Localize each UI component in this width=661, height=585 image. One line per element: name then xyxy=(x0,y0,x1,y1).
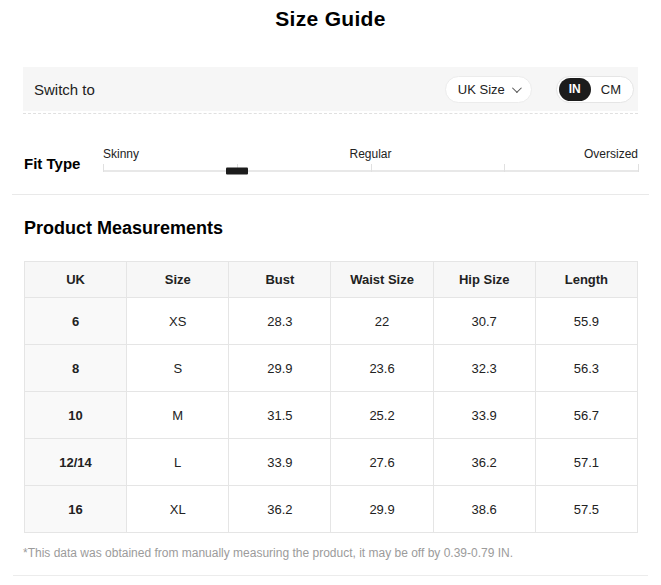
measurement-cell: 25.2 xyxy=(331,392,433,439)
scale-label-oversized: Oversized xyxy=(584,147,638,161)
unit-option-cm[interactable]: CM xyxy=(591,78,631,101)
measurement-cell: 22 xyxy=(331,298,433,345)
measurement-cell: 23.6 xyxy=(331,345,433,392)
column-header: Waist Size xyxy=(331,262,433,298)
table-row: 16XL36.229.938.657.5 xyxy=(25,486,638,533)
header-row: UKSizeBustWaist SizeHip SizeLength xyxy=(25,262,638,298)
scale-label-skinny: Skinny xyxy=(103,147,139,161)
measurement-cell: 55.9 xyxy=(535,298,637,345)
measurement-disclaimer: *This data was obtained from manually me… xyxy=(23,546,638,560)
measurement-cell: 56.3 xyxy=(535,345,637,392)
measurement-cell: 38.6 xyxy=(433,486,535,533)
fit-scale-tick xyxy=(371,164,372,172)
fit-scale-tick xyxy=(504,164,505,172)
product-measurements-heading: Product Measurements xyxy=(24,218,638,238)
measurement-cell: 33.9 xyxy=(433,392,535,439)
column-header: Hip Size xyxy=(433,262,535,298)
size-standard-dropdown[interactable]: UK Size xyxy=(445,76,532,103)
row-header-cell: 8 xyxy=(25,345,127,392)
row-header-cell: 6 xyxy=(25,298,127,345)
measurement-cell: 31.5 xyxy=(229,392,331,439)
measurement-cell: L xyxy=(127,439,229,486)
table-row: 6XS28.32230.755.9 xyxy=(25,298,638,345)
chevron-down-icon xyxy=(512,83,522,93)
measurement-cell: M xyxy=(127,392,229,439)
table-body: 6XS28.32230.755.98S29.923.632.356.310M31… xyxy=(25,298,638,533)
measurements-table: UKSizeBustWaist SizeHip SizeLength 6XS28… xyxy=(24,261,638,533)
bottom-separator xyxy=(13,575,648,576)
row-header-cell: 12/14 xyxy=(25,439,127,486)
column-header: UK xyxy=(25,262,127,298)
fit-position-marker xyxy=(226,168,248,175)
measurement-cell: 29.9 xyxy=(331,486,433,533)
measurement-cell: 36.2 xyxy=(433,439,535,486)
column-header: Length xyxy=(535,262,637,298)
fit-scale-track xyxy=(103,170,638,172)
table-header: UKSizeBustWaist SizeHip SizeLength xyxy=(25,262,638,298)
measurement-cell: 36.2 xyxy=(229,486,331,533)
table-row: 10M31.525.233.956.7 xyxy=(25,392,638,439)
measurement-cell: 56.7 xyxy=(535,392,637,439)
fit-type-label: Fit Type xyxy=(24,155,103,172)
measurement-cell: 57.5 xyxy=(535,486,637,533)
measurement-cell: 30.7 xyxy=(433,298,535,345)
row-header-cell: 16 xyxy=(25,486,127,533)
fit-scale-tick xyxy=(638,164,639,172)
section-separator xyxy=(12,194,649,195)
switch-bar: Switch to UK Size IN CM xyxy=(23,67,638,111)
measurement-cell: 57.1 xyxy=(535,439,637,486)
fit-type-scale: Skinny Regular Oversized xyxy=(103,147,638,172)
measurement-cell: S xyxy=(127,345,229,392)
size-standard-value: UK Size xyxy=(458,82,505,97)
unit-option-in[interactable]: IN xyxy=(559,78,591,101)
measurement-cell: 33.9 xyxy=(229,439,331,486)
measurement-cell: 28.3 xyxy=(229,298,331,345)
scale-label-regular: Regular xyxy=(349,147,391,161)
measurement-cell: 27.6 xyxy=(331,439,433,486)
measurement-cell: 32.3 xyxy=(433,345,535,392)
table-row: 8S29.923.632.356.3 xyxy=(25,345,638,392)
measurement-cell: 29.9 xyxy=(229,345,331,392)
fit-scale-labels: Skinny Regular Oversized xyxy=(103,147,638,162)
measurement-cell: XL xyxy=(127,486,229,533)
unit-toggle: IN CM xyxy=(556,76,634,103)
dashed-separator xyxy=(23,113,638,114)
row-header-cell: 10 xyxy=(25,392,127,439)
page-title: Size Guide xyxy=(0,0,661,30)
switch-to-label: Switch to xyxy=(34,81,95,98)
fit-type-section: Fit Type Skinny Regular Oversized xyxy=(24,147,638,172)
switch-bar-controls: UK Size IN CM xyxy=(445,76,634,103)
measurement-cell: XS xyxy=(127,298,229,345)
column-header: Bust xyxy=(229,262,331,298)
fit-scale-tick xyxy=(103,164,104,172)
column-header: Size xyxy=(127,262,229,298)
table-row: 12/14L33.927.636.257.1 xyxy=(25,439,638,486)
